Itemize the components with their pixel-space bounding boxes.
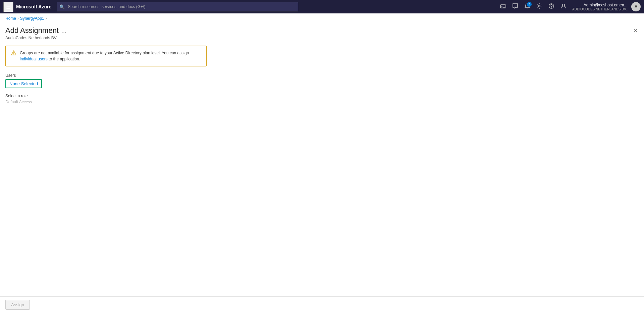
- panel-title: Add Assignment ...: [5, 26, 66, 35]
- warning-text-part1: Groups are not available for assignment …: [20, 51, 189, 55]
- role-value: Default Access: [5, 100, 639, 104]
- assign-button[interactable]: Assign: [5, 300, 30, 310]
- role-label: Select a role: [5, 94, 639, 98]
- panel-scroll-area: Groups are not available for assignment …: [0, 43, 644, 296]
- warning-link[interactable]: individual users: [20, 57, 48, 61]
- search-icon: 🔍: [59, 4, 65, 9]
- cloud-shell-icon[interactable]: [498, 2, 508, 12]
- user-email: Admin@ocshost.emea....: [572, 3, 629, 7]
- settings-icon[interactable]: [534, 2, 545, 12]
- topbar: ☰ Microsoft Azure 🔍 5: [0, 0, 644, 13]
- search-container: 🔍: [57, 2, 298, 11]
- user-profile[interactable]: Admin@ocshost.emea.... AUDIOCODES NETHER…: [572, 2, 641, 11]
- panel-more-options[interactable]: ...: [61, 27, 66, 34]
- user-menu-icon[interactable]: [558, 2, 569, 12]
- search-input[interactable]: [57, 2, 298, 11]
- svg-point-8: [562, 4, 565, 6]
- add-assignment-panel: Add Assignment ... AudioCodes Netherland…: [0, 22, 644, 313]
- bottom-bar: Assign: [0, 296, 644, 313]
- panel-title-text: Add Assignment: [5, 26, 59, 35]
- user-org: AUDIOCODES NETHERLANDS BV...: [572, 7, 629, 11]
- breadcrumb-home[interactable]: Home: [5, 16, 16, 21]
- none-selected-button[interactable]: None Selected: [5, 79, 42, 88]
- breadcrumb: Home › SynergyApp1 ›: [0, 13, 644, 22]
- warning-icon: [11, 50, 16, 62]
- feedback-icon[interactable]: [510, 2, 521, 12]
- panel-title-area: Add Assignment ... AudioCodes Netherland…: [5, 26, 66, 40]
- users-label: Users: [5, 73, 639, 78]
- role-field-group: Select a role Default Access: [5, 94, 639, 104]
- panel-header: Add Assignment ... AudioCodes Netherland…: [0, 22, 644, 43]
- notifications-icon[interactable]: 5: [522, 2, 533, 12]
- help-icon[interactable]: [546, 2, 557, 12]
- panel-body: Groups are not available for assignment …: [0, 43, 644, 112]
- breadcrumb-synergyapp1[interactable]: SynergyApp1: [20, 16, 44, 21]
- warning-text: Groups are not available for assignment …: [20, 50, 201, 62]
- panel-subtitle: AudioCodes Netherlands BV: [5, 36, 66, 40]
- svg-point-10: [13, 54, 14, 54]
- warning-box: Groups are not available for assignment …: [5, 46, 207, 66]
- breadcrumb-sep-2: ›: [46, 16, 47, 20]
- close-button[interactable]: ×: [632, 26, 639, 35]
- avatar[interactable]: A: [631, 2, 641, 11]
- topbar-actions: 5 Admin@ocshost.emea.... AUDIOCO: [498, 2, 641, 12]
- content-area: Home › SynergyApp1 › Add Assignment ... …: [0, 13, 644, 313]
- warning-text-part2: to the application.: [48, 57, 80, 61]
- menu-icon[interactable]: ☰: [3, 2, 13, 12]
- svg-point-7: [551, 7, 552, 8]
- notifications-badge: 5: [527, 2, 532, 7]
- brand-name: Microsoft Azure: [16, 4, 51, 9]
- breadcrumb-sep-1: ›: [17, 16, 19, 20]
- svg-point-5: [538, 5, 540, 7]
- users-field-group: Users None Selected: [5, 73, 639, 88]
- user-info: Admin@ocshost.emea.... AUDIOCODES NETHER…: [572, 3, 629, 11]
